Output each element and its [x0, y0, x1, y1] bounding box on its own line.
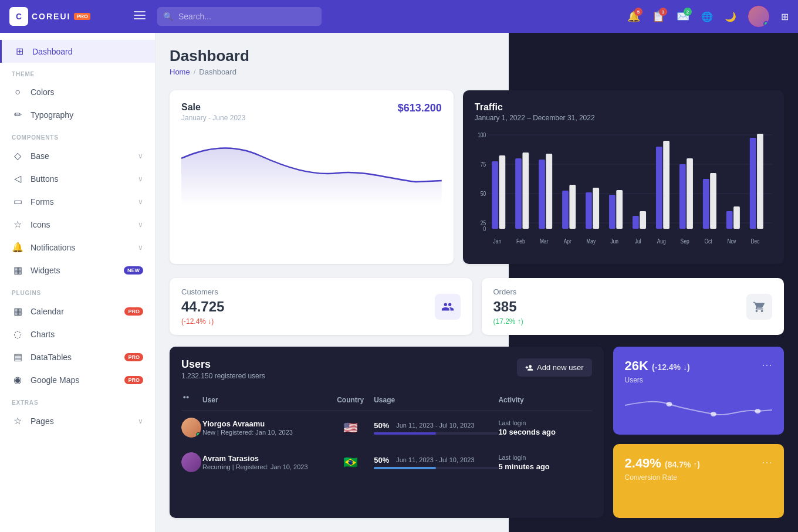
user-info-0: Yiorgos Avraamu New | Registered: Jan 10… — [202, 419, 327, 436]
sidebar-item-pages[interactable]: ☆ Pages ∨ — [0, 409, 155, 432]
sidebar-item-base[interactable]: ◇ Base ∨ — [0, 144, 155, 167]
colors-icon: ○ — [12, 87, 23, 97]
main-bg: Dashboard Home / Dashboard Sale January … — [155, 33, 798, 532]
users-metric-header: 26K (-12.4% ↓) Users ⋯ — [625, 358, 772, 384]
sale-card-title: Sale — [181, 102, 245, 113]
usage-bar-fill-0 — [374, 432, 436, 435]
user-activity-1: Last login 5 minutes ago — [498, 454, 591, 471]
users-metric-value: 26K (-12.4% ↓) — [625, 358, 690, 374]
apps-grid-button[interactable]: ⊞ — [781, 11, 789, 22]
sidebar-item-datatables[interactable]: ▤ DataTables PRO — [0, 345, 155, 368]
notifications-chevron-icon: ∨ — [138, 243, 143, 252]
svg-rect-24 — [633, 216, 639, 229]
calendar-pro-badge: PRO — [124, 307, 143, 316]
search-input[interactable] — [157, 7, 322, 26]
svg-rect-14 — [515, 158, 522, 229]
customers-stat-left: Customers 44.725 (-12.4% ↓) — [181, 287, 224, 326]
users-title: Users — [181, 358, 265, 371]
googlemaps-icon: ◉ — [12, 374, 23, 385]
sidebar-item-dashboard[interactable]: ⊞ Dashboard — [0, 40, 155, 63]
breadcrumb-home[interactable]: Home — [170, 67, 190, 76]
components-section-label: COMPONENTS — [0, 126, 155, 144]
sidebar-toggle-button[interactable] — [134, 9, 146, 24]
svg-text:Nov: Nov — [727, 238, 736, 245]
user-info-1: Avram Tarasios Recurring | Registered: J… — [202, 454, 327, 470]
svg-rect-1 — [134, 15, 146, 16]
conversion-metric-change: (84.7% ↑) — [665, 460, 700, 469]
user-avatar-cell-0 — [181, 418, 202, 438]
logo-icon: C — [9, 7, 28, 26]
top-cards-row: Sale January - June 2023 $613.200 — [170, 90, 784, 264]
user-online-indicator — [763, 21, 769, 26]
sidebar-item-buttons[interactable]: ◁ Buttons ∨ — [0, 167, 155, 190]
th-activity: Activity — [498, 396, 591, 404]
user-avatar[interactable] — [748, 6, 769, 27]
logo: C COREUI PRO — [9, 7, 127, 26]
customers-value: 44.725 — [181, 299, 224, 315]
users-metric-menu-button[interactable]: ⋯ — [762, 358, 772, 371]
sidebar-item-widgets[interactable]: ▦ Widgets NEW — [0, 259, 155, 282]
usage-bar-bg-0 — [374, 432, 498, 435]
theme-toggle-button[interactable]: 🌙 — [725, 11, 736, 22]
plugins-section-label: PLUGINS — [0, 282, 155, 300]
charts-icon: ◌ — [12, 328, 23, 340]
forms-chevron-icon: ∨ — [138, 198, 143, 206]
traffic-card-header: Traffic January 1, 2022 – December 31, 2… — [475, 102, 772, 122]
user-country-1: 🇧🇷 — [327, 455, 374, 469]
search-wrap: 🔍 — [157, 7, 322, 26]
search-icon: 🔍 — [163, 12, 173, 21]
svg-rect-25 — [640, 211, 646, 229]
table-header: User Country Usage Activity — [181, 389, 592, 411]
svg-text:Sep: Sep — [680, 238, 689, 245]
topnav-right: 🔔 5 📋 3 ✉️ 2 🌐 🌙 ⊞ — [627, 6, 789, 27]
user-name-1: Avram Tarasios — [202, 454, 327, 463]
sidebar-item-notifications[interactable]: 🔔 Notifications ∨ — [0, 236, 155, 259]
customers-stat-card: Customers 44.725 (-12.4% ↓) — [170, 278, 472, 335]
svg-text:Oct: Oct — [704, 238, 712, 245]
conversion-metric-label: Conversion Rate — [625, 473, 700, 482]
add-user-button[interactable]: Add new user — [517, 358, 592, 377]
users-metric-card: 26K (-12.4% ↓) Users ⋯ — [613, 347, 784, 435]
usage-bar-fill-1 — [374, 467, 436, 469]
bell-icon: 🔔 — [12, 242, 23, 253]
activity-label-0: Last login — [498, 419, 591, 426]
sidebar-item-icons[interactable]: ☆ Icons ∨ — [0, 213, 155, 236]
svg-text:Mar: Mar — [540, 238, 549, 245]
sidebar-item-charts[interactable]: ◌ Charts — [0, 323, 155, 345]
side-metric-cards: 26K (-12.4% ↓) Users ⋯ — [613, 347, 784, 518]
forms-icon: ▭ — [12, 196, 23, 207]
users-header: Users 1.232.150 registered users Add new… — [181, 358, 592, 380]
messages-icon-button[interactable]: ✉️ 2 — [677, 10, 689, 23]
sidebar-item-typography[interactable]: ✏ Typography — [0, 103, 155, 126]
sidebar-item-googlemaps[interactable]: ◉ Google Maps PRO — [0, 368, 155, 391]
sidebar: ⊞ Dashboard THEME ○ Colors ✏ Typography … — [0, 33, 155, 532]
svg-rect-35 — [757, 134, 763, 229]
svg-point-48 — [666, 402, 672, 406]
user-avatar-1 — [181, 452, 201, 472]
svg-text:Dec: Dec — [750, 238, 759, 245]
base-chevron-icon: ∨ — [138, 152, 143, 160]
orders-change: (17.2% ↑) — [493, 317, 523, 326]
activity-label-1: Last login — [498, 454, 591, 461]
pro-badge: PRO — [74, 13, 90, 20]
user-country-0: 🇺🇸 — [327, 421, 374, 435]
notifications-icon-button[interactable]: 🔔 5 — [627, 10, 640, 23]
svg-text:Jan: Jan — [493, 238, 501, 245]
th-usage: Usage — [374, 396, 498, 404]
sidebar-item-forms[interactable]: ▭ Forms ∨ — [0, 190, 155, 213]
customers-icon — [435, 294, 461, 320]
translate-icon-button[interactable]: 🌐 — [701, 11, 713, 22]
conversion-metric-menu-button[interactable]: ⋯ — [762, 456, 772, 469]
tasks-icon-button[interactable]: 📋 3 — [652, 10, 665, 23]
svg-rect-21 — [593, 188, 599, 229]
user-usage-0: 50% Jun 11, 2023 - Jul 10, 2023 — [374, 421, 498, 435]
sale-card: Sale January - June 2023 $613.200 — [170, 90, 454, 264]
sidebar-item-calendar[interactable]: ▦ Calendar PRO — [0, 300, 155, 323]
sidebar-item-colors[interactable]: ○ Colors — [0, 81, 155, 103]
th-user: User — [202, 396, 327, 404]
stat-cards-row: Customers 44.725 (-12.4% ↓) Orders 385 — [170, 278, 784, 335]
usage-pct-1: 50% — [374, 456, 389, 465]
usage-dates-1: Jun 11, 2023 - Jul 10, 2023 — [396, 456, 474, 463]
conversion-metric-value-block: 2.49% (84.7% ↑) Conversion Rate — [625, 456, 700, 482]
layout: ⊞ Dashboard THEME ○ Colors ✏ Typography … — [0, 33, 798, 532]
